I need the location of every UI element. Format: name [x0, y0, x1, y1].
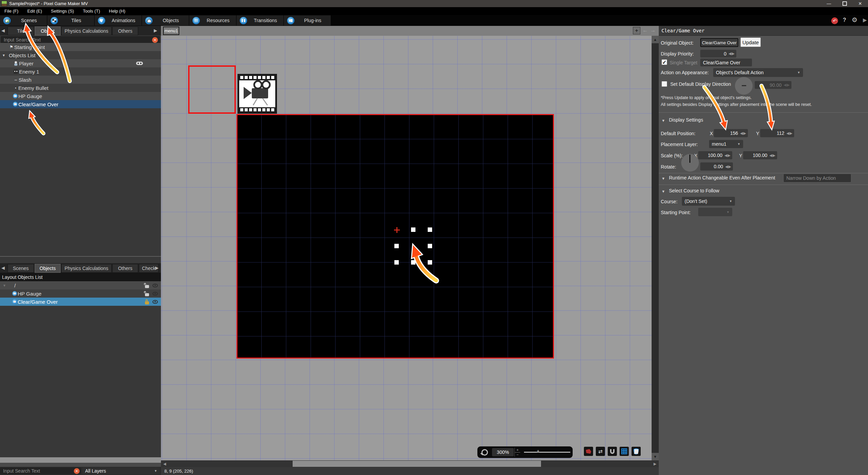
toolbar-tab-objects[interactable]: Objects [142, 15, 189, 26]
tree-group-objects-list[interactable]: ▼ Objects List [0, 51, 161, 59]
vscroll-up-button[interactable]: ▲ [652, 36, 659, 43]
scene-canvas[interactable]: 300% + − ▲ ⇄ [161, 36, 652, 460]
zoom-in-icon[interactable]: + [515, 448, 520, 453]
vscroll-down-button[interactable]: ▼ [652, 453, 659, 460]
rotate-knob[interactable] [681, 154, 699, 172]
display-settings-triangle-icon[interactable]: ▼ [661, 118, 665, 123]
rotate-spinner[interactable]: 0.00 ◀ ▶ [700, 162, 733, 171]
layout-panel-hscrollbar[interactable] [0, 457, 161, 463]
spinner-left-icon[interactable]: ◀ [728, 51, 732, 56]
set-default-display-direction-checkbox[interactable] [661, 81, 667, 87]
tab-object[interactable]: Object [35, 27, 61, 35]
selection-handle[interactable] [411, 260, 415, 265]
display-priority-spinner[interactable]: 0 ◀ ▶ [700, 50, 736, 58]
gear-icon[interactable]: ⚙ [852, 16, 857, 24]
selection-handle[interactable] [428, 244, 432, 248]
toolbar-tab-tiles[interactable]: Tiles [47, 15, 95, 26]
tab-layout-physics[interactable]: Physics Calculations [61, 264, 112, 273]
tree-item-enemy1[interactable]: Enemy 1 [0, 67, 161, 76]
canvas-vscrollbar[interactable]: ▲ ▼ [652, 36, 659, 460]
toolbar-tab-plugins[interactable]: Plug-ins [284, 15, 331, 26]
undo-icon[interactable]: ↶ [831, 17, 838, 24]
layer-filter-dropdown[interactable]: All Layers ▼ [82, 468, 160, 474]
expander-icon[interactable]: ▼ [2, 53, 5, 57]
tree-item-player[interactable]: Player [0, 59, 161, 67]
tab-layout-objects[interactable]: Objects [35, 264, 61, 273]
direction-knob[interactable] [735, 77, 753, 95]
tab-layout-scenes[interactable]: Scenes [7, 264, 34, 273]
toolbar-tab-resources[interactable]: Resources [189, 15, 236, 26]
history-back-icon[interactable]: ← [642, 27, 648, 33]
minimize-button[interactable]: — [821, 0, 837, 7]
action-on-appearance-dropdown[interactable]: Object's Default Action ▼ [713, 68, 803, 77]
objects-search-input[interactable]: Input Search Text ✕ [1, 36, 160, 44]
eye-icon[interactable] [152, 300, 158, 304]
toolbar-tab-animations[interactable]: Animations [95, 15, 142, 26]
snap-objects-button[interactable]: ⇄ [596, 447, 605, 456]
menu-file[interactable]: File (F) [0, 7, 23, 15]
selection-handle[interactable] [394, 244, 399, 248]
tree-item-hp-gauge[interactable]: HP Gauge [0, 92, 161, 100]
shield-button[interactable] [632, 447, 641, 456]
canvas-tab-menu1[interactable]: menu1 [163, 27, 179, 35]
zoom-out-icon[interactable]: − [515, 453, 520, 457]
close-button[interactable]: ✕ [852, 0, 868, 7]
layout-search-input[interactable]: Input Search Text ✕ [0, 468, 81, 474]
scale-y-spinner[interactable]: 100.00 ◀ ▶ [743, 151, 777, 159]
panel-splitter[interactable] [0, 256, 161, 257]
layout-row-root[interactable]: ▼ / [0, 281, 161, 289]
history-forward-icon[interactable]: → [650, 27, 656, 33]
single-target-value[interactable]: Clear/Game Over [700, 59, 752, 66]
show-flags-button[interactable] [584, 447, 593, 456]
display-direction-spinner[interactable]: 90.00 ◀ ▶ [755, 81, 791, 89]
zoom-slider-thumb[interactable]: ▲ [536, 448, 540, 453]
hscroll-thumb[interactable] [293, 461, 541, 467]
hscroll-right-button[interactable]: ▶ [651, 460, 659, 467]
play-icon[interactable]: ▶ [863, 17, 867, 23]
runtime-action-triangle-icon[interactable]: ▼ [661, 176, 665, 180]
tree-item-starting-point[interactable]: ⚑ Starting Point [0, 43, 161, 51]
tab-layout-others[interactable]: Others [112, 264, 138, 273]
layout-row-hp-gauge[interactable]: HP Gauge [0, 289, 161, 298]
tab-physics-calculations[interactable]: Physics Calculations [61, 27, 112, 35]
layout-expander-icon[interactable]: ▼ [3, 284, 6, 287]
layout-tab-scroll-right-icon[interactable]: ▶ [155, 265, 159, 270]
add-tab-button[interactable]: + [633, 27, 640, 34]
eye-icon[interactable] [152, 292, 158, 296]
menu-tools[interactable]: Tools (T) [78, 7, 104, 15]
canvas-hscrollbar[interactable]: ◀ ▶ [161, 460, 659, 467]
layout-row-clear-game-over[interactable]: Clear/Game Over [0, 298, 161, 306]
unlock-icon[interactable] [145, 293, 149, 296]
hscroll-left-button[interactable]: ◀ [161, 460, 168, 467]
select-course-triangle-icon[interactable]: ▼ [661, 189, 665, 193]
menu-settings[interactable]: Settings (S) [47, 7, 79, 15]
eye-icon[interactable] [152, 284, 158, 287]
update-button[interactable]: Update [740, 37, 761, 47]
default-position-y-spinner[interactable]: 112 ◀ ▶ [760, 129, 794, 137]
scale-x-spinner[interactable]: 100.00 ◀ ▶ [698, 151, 732, 159]
layout-search-clear-icon[interactable]: ✕ [74, 468, 80, 474]
original-object-value[interactable]: Clear/Game Over [700, 38, 738, 47]
zoom-slider-track[interactable] [524, 452, 570, 453]
placement-layer-dropdown[interactable]: menu1 ▼ [709, 140, 743, 148]
spinner-right-icon[interactable]: ▶ [732, 51, 735, 56]
grid-toggle-button[interactable] [620, 447, 629, 456]
selection-handle[interactable] [428, 227, 432, 232]
tree-item-slash[interactable]: − Slash [0, 76, 161, 84]
toolbar-tab-scenes[interactable]: Scenes [0, 15, 47, 26]
tab-scroll-left-icon[interactable]: ◀ [1, 28, 5, 33]
magnet-button[interactable] [608, 447, 617, 456]
narrow-down-by-action-input[interactable]: Narrow Down by Action [783, 174, 851, 183]
help-icon[interactable]: ? [843, 17, 846, 23]
starting-point-dropdown[interactable]: ▼ [698, 208, 732, 216]
single-target-checkbox[interactable]: ✓ [661, 59, 667, 65]
tree-item-enemy-bullet[interactable]: • Enemy Bullet [0, 84, 161, 92]
scene-play-area[interactable] [236, 114, 554, 359]
search-clear-icon[interactable]: ✕ [152, 37, 158, 43]
tab-others[interactable]: Others [112, 27, 138, 35]
zoom-value-box[interactable]: 300% [492, 448, 514, 456]
selection-handle[interactable] [428, 260, 432, 265]
film-camera-icon[interactable] [238, 74, 277, 114]
menu-edit[interactable]: Edit (E) [23, 7, 46, 15]
menu-help[interactable]: Help (H) [104, 7, 130, 15]
